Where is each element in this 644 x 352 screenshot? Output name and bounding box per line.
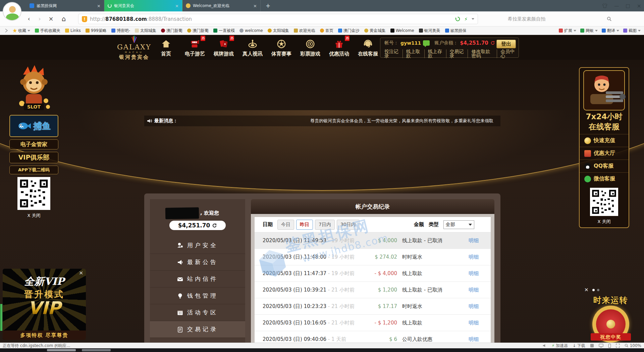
detail-link[interactable]: 明细	[469, 270, 479, 277]
wechat-service-button[interactable]: 微信客服	[580, 172, 629, 185]
filter-today-button[interactable]: 今日	[277, 220, 294, 230]
refresh-icon[interactable]	[212, 223, 217, 228]
tool-extensions[interactable]: 扩展	[559, 28, 576, 34]
search-input[interactable]: 希拉里发素颜自拍	[508, 16, 604, 22]
transaction-row[interactable]: 2020/05/03 (日) 10:23:23 - 21 小时前 $ 17.17…	[255, 298, 491, 315]
stop-button[interactable]: ×	[46, 14, 56, 24]
browser-user-avatar[interactable]	[3, 2, 21, 21]
refresh-green-icon[interactable]	[455, 16, 460, 21]
flash-doc-icon[interactable]	[590, 344, 594, 348]
fishing-game-banner[interactable]: 捕鱼	[9, 115, 58, 137]
site-safety-shield-icon[interactable]: !	[82, 16, 87, 22]
bookmark-item[interactable]: 一直被模	[213, 28, 235, 34]
skin-shirt-icon[interactable]	[602, 3, 607, 8]
search-box[interactable]: 希拉里发素颜自拍	[505, 14, 614, 24]
tab-close-icon[interactable]: ×	[175, 3, 179, 8]
bookmark-item[interactable]: Welcome	[390, 28, 414, 33]
phone-icon[interactable]	[608, 344, 611, 348]
menu-announcements[interactable]: 最新公告	[150, 254, 245, 270]
filter-yesterday-button[interactable]: 昨日	[296, 220, 313, 230]
search-icon[interactable]	[607, 16, 612, 21]
bookmark-item[interactable]: Links	[65, 28, 81, 33]
tab-galaxy-active[interactable]: 银河贵宾会 ×	[104, 0, 182, 11]
menu-inbox[interactable]: 站内信件	[150, 270, 245, 287]
download-button[interactable]: ↓ 下载	[573, 343, 585, 349]
taskbar-item[interactable]	[82, 349, 111, 351]
detail-link[interactable]: 明细	[469, 320, 479, 326]
bookmark-item[interactable]: 黄金城集	[364, 28, 386, 34]
transaction-row[interactable]: 2020/05/03 (日) 11:48:00 - 19 小时前 $ 274.0…	[255, 249, 491, 265]
bookmark-item[interactable]: 999策略	[86, 28, 107, 34]
vip-club-button[interactable]: VIP俱乐部	[9, 152, 58, 163]
e-gold-butler-button[interactable]: 电子金管家	[9, 139, 58, 149]
transaction-row[interactable]: 2020/05/03 (日) 10:39:21 - 21 小时前 $ 1,200…	[255, 282, 491, 298]
horn-icon[interactable]	[543, 344, 547, 348]
quick-recharge-button[interactable]: 快速充值	[580, 134, 629, 147]
detail-link[interactable]: 明细	[469, 237, 479, 244]
url-text[interactable]: http://87680188.com:8888/Transaction	[90, 16, 192, 22]
close-window-button[interactable]: ×	[637, 3, 641, 9]
menu-wallet[interactable]: 钱包管理	[150, 287, 245, 304]
tab-close-icon[interactable]: ×	[253, 3, 257, 8]
sidebar-expander-icon[interactable]	[5, 29, 8, 33]
promo-hall-button[interactable]: 优惠大厅	[580, 147, 629, 160]
galaxy-logo[interactable]: GALAXY MACAU 银河贵宾会	[115, 36, 153, 60]
transaction-row[interactable]: 2020/05/03 (日) 11:49:53 - 19 小时前 $ 4,000…	[255, 232, 491, 249]
bookmark-item[interactable]: 欢迎光临	[294, 28, 315, 34]
nav-item-lottery[interactable]: 彩票游戏	[296, 36, 325, 59]
tool-screenshot[interactable]: 截图	[623, 28, 641, 34]
bookmark-item[interactable]: 澳门新葡	[161, 28, 182, 34]
message-chat-icon[interactable]	[423, 40, 430, 46]
nav-item-sports[interactable]: 体育赛事	[267, 36, 296, 59]
transaction-row[interactable]: 2020/05/03 (日) 10:16:05 - 21 小时前 - $ 1,2…	[255, 315, 491, 331]
zoom-level[interactable]: 100%	[625, 343, 641, 348]
speed-bolt-icon[interactable]: ⚡	[464, 16, 468, 22]
link-withdraw[interactable]: 线上取款	[403, 49, 425, 58]
qq-service-button[interactable]: QQ客服	[580, 160, 629, 172]
bookmark-item[interactable]: welcome	[239, 28, 263, 33]
maximize-button[interactable]: □	[626, 3, 630, 8]
monitor-icon[interactable]	[599, 344, 603, 348]
vip-promo-close-button[interactable]: ✕	[79, 270, 83, 276]
member-balance-pill[interactable]: $4,251.70	[169, 221, 226, 230]
bookmark-item[interactable]: 手机收藏夹	[35, 28, 60, 34]
filter-30days-button[interactable]: 30日内	[337, 220, 360, 230]
tab-jianhei[interactable]: 鉴黑担保网 ×	[26, 0, 104, 11]
filter-7days-button[interactable]: 7日内	[315, 220, 335, 230]
nav-item-live[interactable]: 真人视讯	[238, 36, 267, 59]
transaction-row[interactable]: 2020/05/03 (日) 09:40:06 - 1 天前 $ 6 公司入款优…	[255, 331, 491, 343]
detail-link[interactable]: 明细	[469, 254, 479, 260]
link-transactions[interactable]: 交易记录	[446, 49, 468, 58]
tool-translate[interactable]: 翻译	[602, 28, 619, 34]
nav-item-cards[interactable]: 热 棋牌游戏	[209, 36, 238, 59]
tab-welcome[interactable]: Welcome_欢迎光临 ×	[182, 0, 261, 11]
bookmark-item[interactable]: 太阳城集	[135, 28, 156, 34]
bookmark-item[interactable]: 澳门金沙	[338, 28, 360, 34]
menu-bet-records[interactable]: $ 投注记录	[150, 338, 245, 343]
wheel-close-button[interactable]: ✕	[584, 287, 589, 293]
bookmark-favorites[interactable]: 收藏	[13, 28, 30, 34]
link-change-password[interactable]: 修改取款密码	[468, 49, 497, 58]
menu-activities[interactable]: 活动专区	[150, 304, 245, 321]
address-bar[interactable]: ! http://87680188.com:8888/Transaction ⚡	[78, 14, 478, 24]
addressbar-dropdown-icon[interactable]	[472, 18, 474, 20]
home-button[interactable]: ⌂	[59, 14, 68, 24]
link-bet-records[interactable]: 投注记录	[384, 49, 403, 58]
bookmark-item[interactable]: 鉴黑担保	[445, 28, 467, 34]
bookmark-item[interactable]: 首页	[320, 28, 333, 34]
bookmark-item[interactable]: 银河奥美	[419, 28, 440, 34]
refresh-balance-icon[interactable]	[490, 41, 495, 45]
carousel-dots[interactable]	[592, 289, 599, 291]
detail-link[interactable]: 明细	[469, 287, 479, 293]
bookmark-item[interactable]: 澳门新葡	[187, 28, 209, 34]
detail-link[interactable]: 明细	[469, 303, 479, 310]
tab-close-icon[interactable]: ×	[97, 3, 101, 8]
back-button[interactable]: ‹	[24, 14, 34, 24]
detail-link[interactable]: 明细	[469, 336, 479, 343]
forward-button[interactable]: ›	[35, 14, 44, 24]
expand-icon[interactable]	[616, 344, 620, 348]
link-member-center[interactable]: 会员中心	[497, 49, 519, 58]
accelerator-button[interactable]: ⚡ 加速器	[552, 343, 568, 349]
nav-item-service[interactable]: 在线客服	[354, 36, 382, 59]
minimize-button[interactable]: —	[614, 3, 619, 8]
